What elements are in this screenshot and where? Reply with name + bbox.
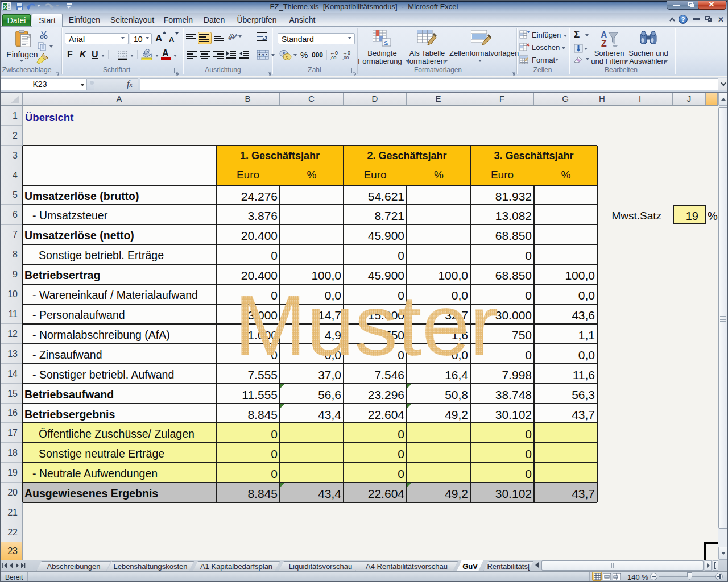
- svg-text:€: €: [286, 55, 289, 60]
- svg-text:≤: ≤: [384, 39, 388, 47]
- svg-text:Z: Z: [601, 39, 607, 47]
- svg-text:,00: ,00: [342, 55, 349, 60]
- svg-text:a: a: [262, 52, 264, 57]
- svg-text:,00: ,00: [330, 55, 337, 60]
